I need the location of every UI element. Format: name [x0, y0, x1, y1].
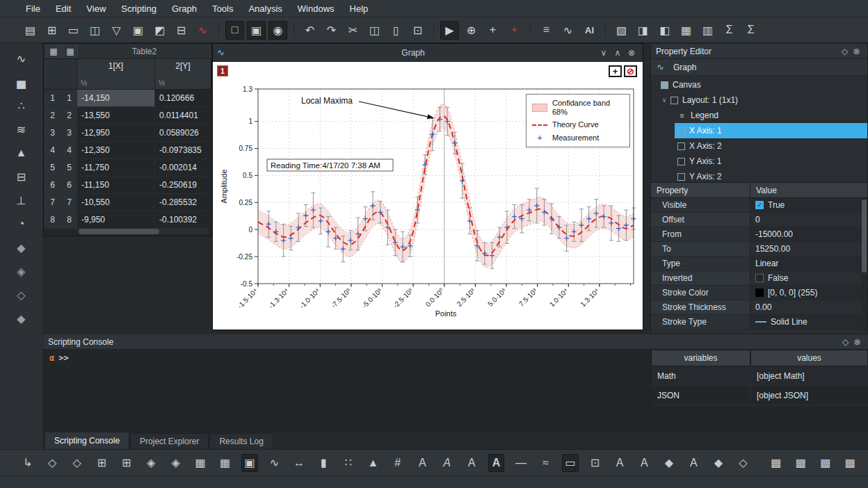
- menu-graph[interactable]: Graph: [164, 1, 204, 17]
- lock-tool-icon[interactable]: ◉: [268, 21, 287, 40]
- redo-icon[interactable]: ↷: [322, 21, 341, 40]
- property-value-inverted[interactable]: False: [750, 271, 867, 285]
- pivot-table-icon[interactable]: ◧: [655, 21, 674, 40]
- plot-3d-wireframe-icon[interactable]: ◈: [13, 263, 31, 279]
- arrow-tool-icon[interactable]: ↳: [19, 454, 35, 472]
- cell-x[interactable]: -14,150: [77, 90, 155, 106]
- cell-x[interactable]: -11,750: [77, 159, 155, 176]
- tree-item-y-axis-2[interactable]: Y Axis: 2: [651, 169, 867, 183]
- menu-view[interactable]: View: [79, 1, 113, 17]
- cube-solid-icon[interactable]: ◆: [710, 454, 726, 472]
- duplicate-window-icon[interactable]: ⊞: [42, 21, 61, 40]
- tab-results-log[interactable]: Results Log: [209, 433, 273, 449]
- property-column-header[interactable]: Property: [651, 183, 750, 197]
- cell-y[interactable]: -0.002014: [155, 159, 211, 176]
- tree-item-layout-1-1x1-[interactable]: ∨Layout: 1 (1x1): [651, 92, 867, 108]
- tree-item-x-axis-2[interactable]: X Axis: 2: [651, 138, 867, 154]
- row-number[interactable]: 6: [44, 177, 62, 193]
- checkbox-checked-icon[interactable]: ✓: [755, 201, 764, 209]
- tab-project-explorer[interactable]: Project Explorer: [130, 433, 209, 449]
- fit-curve-icon[interactable]: ∿: [558, 21, 577, 40]
- plot-legend[interactable]: Confidance band 68%Theory Curve+Measurem…: [526, 94, 630, 147]
- cell-x[interactable]: -11,150: [77, 177, 155, 193]
- label-style-1-icon[interactable]: A: [611, 454, 627, 472]
- values-column-header[interactable]: values: [750, 350, 868, 366]
- zoom-cursor-tool-icon[interactable]: ⊕: [462, 21, 481, 40]
- menu-help[interactable]: Help: [342, 1, 376, 17]
- column-statistics-icon[interactable]: ▥: [698, 21, 717, 40]
- open-template-icon[interactable]: ◫: [86, 21, 104, 40]
- tab-scripting-console[interactable]: Scripting Console: [45, 432, 129, 449]
- plot-box-icon[interactable]: ⊟: [13, 168, 31, 185]
- variable-value[interactable]: [object JSON]: [750, 386, 868, 405]
- menu-file[interactable]: File: [18, 1, 48, 17]
- table-titlebar[interactable]: ▦▦ Table2: [44, 44, 211, 59]
- close-icon[interactable]: ⊗: [625, 48, 638, 58]
- row-index[interactable]: 2: [62, 107, 77, 124]
- variable-value[interactable]: [object Math]: [750, 366, 868, 385]
- row-number[interactable]: 5: [44, 159, 62, 176]
- plot-scatter-icon[interactable]: ∴: [13, 97, 31, 114]
- layer-button[interactable]: 1: [217, 65, 228, 76]
- cell-y[interactable]: 0.0114401: [155, 107, 211, 124]
- filter-icon[interactable]: ▽: [107, 21, 126, 40]
- grid-pattern-3-icon[interactable]: ▩: [817, 454, 833, 472]
- column-header-2[interactable]: 2[Y]½: [155, 59, 211, 89]
- table-statistics-icon[interactable]: ▦: [677, 21, 696, 40]
- wave-style-icon[interactable]: ≈: [538, 454, 554, 472]
- table-corner[interactable]: [44, 59, 77, 89]
- matrix-3d-icon[interactable]: ⊞: [118, 454, 134, 472]
- row-index[interactable]: 5: [62, 159, 77, 176]
- property-value-stroke-thickness[interactable]: 0.00: [750, 300, 867, 314]
- table-h-scrollbar[interactable]: [79, 229, 209, 234]
- checkbox-unchecked-icon[interactable]: [755, 274, 764, 282]
- scrollbar-handle[interactable]: [862, 200, 867, 273]
- cell-y[interactable]: -0.0973835: [155, 142, 211, 158]
- zoom-rect-tool-icon[interactable]: □: [225, 21, 244, 40]
- property-value-visible[interactable]: ✓True: [750, 198, 867, 212]
- property-value-from[interactable]: -15000.00: [750, 227, 867, 241]
- row-number[interactable]: 7: [44, 194, 62, 211]
- plot-3d-scatter-icon[interactable]: ◆: [13, 310, 31, 327]
- add-text-icon[interactable]: AI: [580, 21, 599, 40]
- label-style-2-icon[interactable]: A: [636, 454, 652, 472]
- close-icon[interactable]: ⊗: [851, 47, 862, 56]
- hex-style-icon[interactable]: ◆: [661, 454, 677, 472]
- grid-pattern-1-icon[interactable]: ▩: [768, 454, 784, 472]
- row-number[interactable]: 4: [44, 142, 62, 158]
- property-value-stroke-type[interactable]: Solid Line: [750, 315, 867, 329]
- line-style-icon[interactable]: —: [513, 454, 529, 472]
- cube-outline-icon[interactable]: ◇: [735, 454, 751, 472]
- cell-y[interactable]: -0.100392: [155, 211, 211, 228]
- property-value-stroke-color[interactable]: [0, 0, 0] (255): [750, 286, 867, 300]
- cell-y[interactable]: -0.250619: [155, 177, 211, 193]
- close-icon[interactable]: ⊗: [851, 337, 863, 347]
- color-swatch[interactable]: [755, 288, 764, 297]
- expander-icon[interactable]: ∨: [659, 97, 669, 104]
- scrollbar-handle[interactable]: [79, 229, 159, 234]
- graph-titlebar[interactable]: ∿ Graph ∨ ∧ ⊗: [213, 44, 643, 62]
- plot-line-icon[interactable]: ∿: [13, 50, 31, 67]
- maximize-icon[interactable]: ∧: [611, 48, 625, 58]
- grid-front-icon[interactable]: ▦: [192, 454, 208, 472]
- row-number[interactable]: 3: [44, 124, 62, 141]
- plot-error-bars-icon[interactable]: ⊥: [13, 192, 31, 209]
- text-bold-icon[interactable]: A: [488, 454, 504, 472]
- row-number[interactable]: 2: [44, 107, 62, 124]
- cell-x[interactable]: -12,350: [77, 142, 155, 158]
- tree-root-graph[interactable]: ∿ Graph: [651, 59, 867, 76]
- menu-edit[interactable]: Edit: [48, 1, 79, 17]
- row-number[interactable]: 1: [44, 90, 62, 106]
- float-icon[interactable]: ◇: [839, 337, 851, 347]
- remove-data-point-icon[interactable]: +: [505, 21, 524, 40]
- variable-name[interactable]: JSON: [651, 386, 750, 405]
- float-icon[interactable]: ◇: [839, 47, 851, 56]
- variables-column-header[interactable]: variables: [651, 350, 750, 366]
- text-italic-icon[interactable]: A: [439, 454, 455, 472]
- tree-item-legend[interactable]: ≡Legend: [651, 108, 867, 123]
- text-normal-icon[interactable]: A: [415, 454, 431, 472]
- save-template-icon[interactable]: ◩: [150, 21, 169, 40]
- plot-canvas[interactable]: -1.5·10⁴-1.3·10⁴-1.0·10⁴-7.5·10³-5.0·10³…: [213, 62, 643, 330]
- fit-frame-icon[interactable]: ∿: [266, 454, 282, 472]
- print-icon[interactable]: ⊟: [172, 21, 191, 40]
